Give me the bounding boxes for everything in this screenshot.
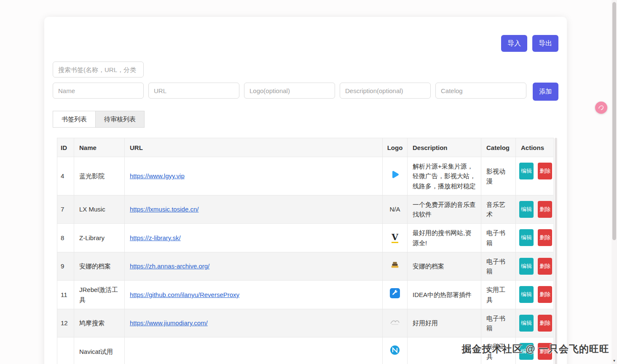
row-name: Z-Library bbox=[74, 224, 125, 252]
row-actions: 编辑 删除 bbox=[516, 195, 554, 224]
row-catelog: 电子书籍 bbox=[481, 224, 516, 252]
row-id bbox=[57, 337, 74, 364]
search-input[interactable] bbox=[53, 62, 144, 78]
row-description: 安娜的档案 bbox=[408, 252, 481, 281]
name-input[interactable] bbox=[53, 83, 144, 99]
export-button[interactable]: 导出 bbox=[532, 35, 558, 52]
tab-pending-review-list[interactable]: 待审核列表 bbox=[95, 111, 145, 128]
bookmark-table: ID Name URL Logo Description Catelog Act… bbox=[57, 138, 554, 364]
table-row: 12 鸠摩搜索 https://www.jiumodiary.com/ 好用好用… bbox=[57, 309, 554, 337]
row-url-link[interactable]: https://zh.annas-archive.org/ bbox=[130, 262, 209, 270]
row-description: 好用好用 bbox=[408, 309, 481, 337]
row-url-link[interactable]: https://z-library.sk/ bbox=[130, 234, 181, 241]
delete-button[interactable]: 删除 bbox=[538, 201, 552, 218]
table-row: 8 Z-Library https://z-library.sk/ V 最好用的… bbox=[57, 224, 554, 252]
row-id: 7 bbox=[57, 195, 74, 224]
row-url-link[interactable]: https://lxmusic.toside.cn/ bbox=[130, 206, 199, 213]
table-scrollbar[interactable] bbox=[555, 138, 557, 364]
table-row: 7 LX Music https://lxmusic.toside.cn/ N/… bbox=[57, 195, 554, 224]
row-name: 鸠摩搜索 bbox=[74, 309, 125, 337]
table-row: 9 安娜的档案 https://zh.annas-archive.org/ 安娜… bbox=[57, 252, 554, 281]
row-name: Navicat试用 bbox=[74, 337, 125, 364]
play-icon bbox=[390, 174, 400, 181]
row-description: 解析片源+采集片源，轻微广告，影视大站，线路多，播放相对稳定 bbox=[408, 157, 481, 195]
row-catelog: 音乐艺术 bbox=[481, 195, 516, 224]
row-url-link[interactable]: https://www.lgyy.vip bbox=[130, 172, 185, 179]
watermark: 掘金技术社区 @ 一只会飞的旺旺 bbox=[462, 343, 609, 356]
url-input[interactable] bbox=[148, 83, 239, 99]
import-button[interactable]: 导入 bbox=[501, 35, 527, 52]
scrollbar-thumb[interactable] bbox=[612, 2, 616, 240]
row-actions: 编辑 删除 bbox=[516, 157, 554, 195]
row-name: LX Music bbox=[74, 195, 125, 224]
row-name: JRebel激活工具 bbox=[74, 281, 125, 309]
table-header-row: ID Name URL Logo Description Catelog Act… bbox=[57, 138, 554, 157]
row-id: 8 bbox=[57, 224, 74, 252]
row-catelog: 电子书籍 bbox=[481, 309, 516, 337]
edit-button[interactable]: 编辑 bbox=[519, 315, 534, 332]
edit-button[interactable]: 编辑 bbox=[519, 286, 534, 303]
page-scrollbar[interactable]: ▲ ▼ bbox=[612, 0, 617, 364]
wrench-icon bbox=[390, 292, 400, 300]
row-id: 12 bbox=[57, 309, 74, 337]
col-header-actions: Actions bbox=[516, 138, 554, 157]
delete-button[interactable]: 删除 bbox=[538, 286, 552, 303]
add-bookmark-form: 添加 bbox=[53, 83, 558, 101]
logo-input[interactable] bbox=[244, 83, 335, 99]
navicat-icon bbox=[390, 349, 400, 356]
delete-button[interactable]: 删除 bbox=[538, 315, 552, 332]
search-row bbox=[53, 62, 558, 78]
floating-avatar-button[interactable] bbox=[595, 102, 607, 114]
row-url-link[interactable]: https://www.jiumodiary.com/ bbox=[130, 319, 208, 327]
description-input[interactable] bbox=[340, 83, 431, 99]
logo-text: N/A bbox=[389, 206, 400, 213]
bookmark-table-body: 4 蓝光影院 https://www.lgyy.vip 解析片源+采集片源，轻微… bbox=[57, 157, 554, 364]
delete-button[interactable]: 删除 bbox=[538, 163, 552, 179]
row-actions: 编辑 删除 bbox=[516, 224, 554, 252]
delete-button[interactable]: 删除 bbox=[538, 258, 552, 275]
row-id: 9 bbox=[57, 252, 74, 281]
row-actions: 编辑 删除 bbox=[516, 252, 554, 281]
catelog-input[interactable] bbox=[435, 83, 526, 99]
col-header-logo: Logo bbox=[383, 138, 408, 157]
edit-button[interactable]: 编辑 bbox=[519, 163, 534, 179]
delete-button[interactable]: 删除 bbox=[538, 229, 552, 246]
tab-bar: 书签列表 待审核列表 bbox=[53, 111, 558, 128]
edit-button[interactable]: 编辑 bbox=[519, 201, 534, 218]
col-header-id: ID bbox=[57, 138, 74, 157]
top-actions-bar: 导入 导出 bbox=[53, 17, 558, 52]
tab-bookmark-list[interactable]: 书签列表 bbox=[53, 111, 96, 128]
row-name: 安娜的档案 bbox=[74, 252, 125, 281]
col-header-url: URL bbox=[125, 138, 383, 157]
edit-button[interactable]: 编辑 bbox=[519, 258, 534, 275]
row-actions: 编辑 删除 bbox=[516, 309, 554, 337]
row-catelog: 影视动漫 bbox=[481, 157, 516, 195]
row-catelog: 电子书籍 bbox=[481, 252, 516, 281]
row-description: IDEA中的热部署插件 bbox=[408, 281, 481, 309]
zlibrary-icon: V bbox=[392, 234, 398, 241]
row-name: 蓝光影院 bbox=[74, 157, 125, 195]
edit-button[interactable]: 编辑 bbox=[519, 229, 534, 246]
add-button[interactable]: 添加 bbox=[533, 83, 558, 101]
row-url-link[interactable]: https://github.com/ilanyu/ReverseProxy bbox=[130, 291, 239, 298]
row-catelog: 实用工具 bbox=[481, 281, 516, 309]
annas-archive-icon bbox=[390, 264, 400, 271]
row-id: 11 bbox=[57, 281, 74, 309]
scrollbar-down-arrow[interactable]: ▼ bbox=[612, 359, 617, 363]
jiumo-icon bbox=[390, 319, 400, 327]
row-id: 4 bbox=[57, 157, 74, 195]
squiggle-icon bbox=[598, 104, 605, 111]
row-description: 最好用的搜书网站,资源全! bbox=[408, 224, 481, 252]
bookmark-table-container: ID Name URL Logo Description Catelog Act… bbox=[57, 138, 553, 364]
row-description: 一个免费开源的音乐查找软件 bbox=[408, 195, 481, 224]
col-header-name: Name bbox=[74, 138, 125, 157]
col-header-description: Description bbox=[408, 138, 481, 157]
col-header-catelog: Catelog bbox=[481, 138, 516, 157]
table-row: 11 JRebel激活工具 https://github.com/ilanyu/… bbox=[57, 281, 554, 309]
bookmark-manager-card: 导入 导出 添加 书签列表 待审核列表 ID Name URL L bbox=[44, 17, 567, 364]
table-row: 4 蓝光影院 https://www.lgyy.vip 解析片源+采集片源，轻微… bbox=[57, 157, 554, 195]
row-actions: 编辑 删除 bbox=[516, 281, 554, 309]
